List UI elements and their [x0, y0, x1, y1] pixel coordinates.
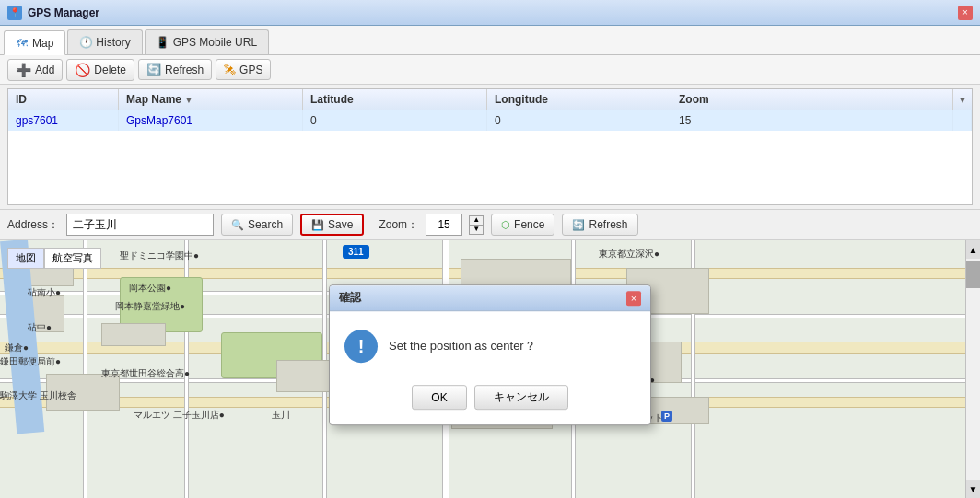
content-area: 🗺 Map 🕐 History 📱 GPS Mobile URL ➕ Add 🚫…: [0, 26, 980, 498]
confirmation-dialog: 確認 × ! Set the position as center？ OK キャ…: [329, 284, 651, 425]
zoom-label: Zoom：: [379, 217, 418, 233]
col-map-name: Map Name ▼: [119, 89, 303, 110]
history-tab-icon: 🕐: [79, 36, 92, 49]
cell-zoom: 15: [671, 110, 953, 131]
dialog-message: Set the position as center？: [389, 338, 536, 354]
dialog-info-icon: !: [344, 330, 378, 363]
map-refresh-button[interactable]: 🔄 Refresh: [562, 214, 637, 236]
cell-id: gps7601: [8, 110, 119, 131]
save-button[interactable]: 💾 Save: [300, 214, 364, 236]
title-close-button[interactable]: ×: [958, 6, 973, 20]
fence-button[interactable]: ⬡ Fence: [491, 214, 554, 236]
tab-bar: 🗺 Map 🕐 History 📱 GPS Mobile URL: [0, 26, 980, 55]
delete-button[interactable]: 🚫 Delete: [66, 59, 134, 81]
cell-map-name: GpsMap7601: [119, 110, 303, 131]
tab-map[interactable]: 🗺 Map: [4, 30, 65, 55]
map-refresh-icon: 🔄: [572, 219, 585, 231]
save-icon: 💾: [311, 219, 324, 231]
gps-mobile-tab-icon: 📱: [157, 36, 169, 49]
cell-longitude: 0: [487, 110, 671, 131]
dialog-cancel-button[interactable]: キャンセル: [474, 385, 568, 410]
dialog-close-button[interactable]: ×: [626, 291, 641, 306]
map-container[interactable]: 311 聖ドミニコ学園中● 砧南小● 岡本公園● 岡本静嘉堂緑地● 砧中● 鎌倉…: [0, 240, 980, 498]
data-table: ID Map Name ▼ Latitude Longitude Zoom ▼ …: [7, 88, 973, 205]
table-scroll-btn[interactable]: ▼: [953, 89, 972, 110]
col-id: ID: [8, 89, 119, 110]
refresh-icon: 🔄: [146, 63, 161, 76]
delete-icon: 🚫: [75, 63, 90, 77]
tab-history[interactable]: 🕐 History: [67, 29, 142, 54]
dialog-footer: OK キャンセル: [330, 377, 650, 424]
search-button[interactable]: 🔍 Search: [221, 214, 293, 236]
gps-button[interactable]: 🛰 GPS: [216, 59, 271, 80]
title-bar: 📍 GPS Manager ×: [0, 0, 980, 26]
table-header: ID Map Name ▼ Latitude Longitude Zoom ▼: [8, 89, 972, 110]
col-zoom: Zoom: [671, 89, 953, 110]
dialog-title-bar: 確認 ×: [330, 285, 650, 311]
cell-extra: [953, 110, 972, 131]
add-button[interactable]: ➕ Add: [7, 59, 63, 81]
dialog-ok-button[interactable]: OK: [412, 385, 467, 410]
sort-arrow-map-name: ▼: [184, 96, 192, 105]
app-icon: 📍: [7, 6, 22, 20]
search-icon: 🔍: [231, 219, 244, 231]
address-label: Address：: [7, 217, 59, 233]
address-input[interactable]: [66, 214, 214, 236]
col-latitude: Latitude: [303, 89, 487, 110]
zoom-input[interactable]: [426, 214, 462, 236]
gps-icon: 🛰: [224, 63, 236, 76]
tab-gps-mobile-url[interactable]: 📱 GPS Mobile URL: [145, 29, 269, 54]
fence-icon: ⬡: [501, 219, 510, 231]
bottom-toolbar: Address： 🔍 Search 💾 Save Zoom： ▲ ▼ ⬡ Fen…: [0, 209, 980, 240]
main-toolbar: ➕ Add 🚫 Delete 🔄 Refresh 🛰 GPS: [0, 55, 980, 85]
col-longitude: Longitude: [487, 89, 671, 110]
add-icon: ➕: [16, 63, 31, 77]
zoom-spinner[interactable]: ▲ ▼: [469, 215, 484, 235]
dialog-body: ! Set the position as center？: [330, 311, 650, 377]
cell-latitude: 0: [303, 110, 487, 131]
app-title: GPS Manager: [28, 6, 99, 19]
refresh-button[interactable]: 🔄 Refresh: [138, 59, 212, 80]
dialog-title: 確認: [339, 290, 361, 306]
table-row[interactable]: gps7601 GpsMap7601 0 0 15: [8, 110, 972, 131]
dialog-overlay: 確認 × ! Set the position as center？ OK キャ…: [0, 240, 980, 498]
map-tab-icon: 🗺: [16, 37, 29, 50]
zoom-down-arrow[interactable]: ▼: [469, 225, 484, 235]
